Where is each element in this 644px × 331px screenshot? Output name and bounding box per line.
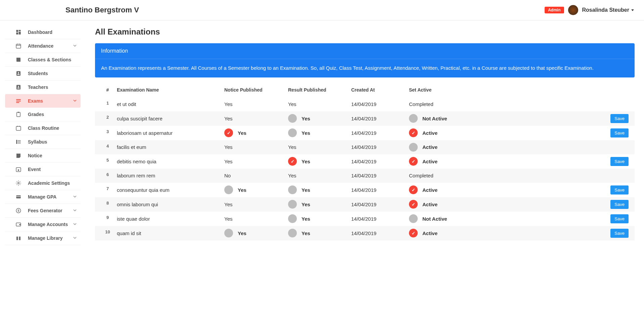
save-button[interactable]: Save — [610, 157, 629, 166]
exam-name: laboriosam ut aspernatur — [117, 130, 224, 136]
info-panel-body: An Examination represents a Semester. Al… — [95, 59, 635, 77]
exam-name: iste quae dolor — [117, 216, 224, 222]
role-badge: Admin — [545, 7, 564, 13]
row-number: 2 — [98, 114, 117, 120]
sidebar-item-dashboard[interactable]: Dashboard — [5, 25, 81, 39]
sidebar-item-label: Notice — [28, 153, 42, 158]
active-cell-toggle[interactable]: ✓ — [409, 229, 418, 237]
exam-name: et ut odit — [117, 101, 224, 107]
header-active: Set Active — [409, 87, 487, 93]
active-cell-label: Active — [422, 144, 438, 150]
sidebar-item-class-routine[interactable]: Class Routine — [5, 121, 81, 135]
result-cell-toggle[interactable]: ✓ — [288, 157, 297, 166]
caret-down-icon — [631, 9, 634, 11]
active-cell-label: Active — [422, 130, 438, 136]
save-button[interactable]: Save — [610, 128, 629, 137]
result-cell-toggle[interactable] — [288, 185, 297, 194]
exam-name: omnis laborum qui — [117, 202, 224, 207]
active-cell-toggle[interactable]: ✓ — [409, 185, 418, 194]
sidebar-item-manage-library[interactable]: Manage Library — [5, 231, 81, 245]
active-cell: Completed — [409, 173, 487, 178]
active-cell: ✓Active — [409, 185, 487, 194]
svg-rect-4 — [16, 44, 21, 48]
svg-point-11 — [18, 86, 19, 87]
save-button[interactable]: Save — [610, 114, 629, 123]
save-button[interactable]: Save — [610, 214, 629, 223]
table-row: 10quam id sitYesYes14/04/2019✓ActiveSave — [95, 226, 635, 240]
notice-cell: Yes — [224, 185, 288, 194]
result-cell: Yes — [288, 200, 351, 209]
exam-name: quam id sit — [117, 230, 224, 236]
sidebar-item-grades[interactable]: Grades — [5, 108, 81, 121]
result-cell: Yes — [288, 144, 351, 150]
result-cell-label: Yes — [288, 101, 296, 107]
exam-name: consequuntur quia eum — [117, 187, 224, 193]
result-cell-toggle[interactable] — [288, 214, 297, 223]
sidebar-item-label: Classes & Sections — [28, 57, 71, 62]
created-at: 14/04/2019 — [351, 159, 409, 164]
active-cell-toggle[interactable]: ✓ — [409, 200, 418, 209]
sidebar-item-label: Manage Accounts — [28, 222, 68, 227]
notice-cell-toggle[interactable] — [224, 229, 233, 237]
result-cell-toggle[interactable] — [288, 200, 297, 209]
check-icon: ✓ — [412, 130, 415, 135]
active-cell-label: Active — [422, 230, 438, 236]
active-cell-toggle[interactable] — [409, 143, 418, 152]
header-action — [487, 87, 631, 93]
info-panel-title: Information — [95, 43, 635, 59]
sidebar-item-notice[interactable]: Notice — [5, 149, 81, 163]
result-cell-toggle[interactable] — [288, 229, 297, 237]
active-cell-toggle[interactable]: ✓ — [409, 157, 418, 166]
svg-rect-17 — [16, 126, 21, 130]
svg-text:$: $ — [17, 209, 19, 212]
save-button[interactable]: Save — [610, 200, 629, 209]
sidebar-item-attendance[interactable]: Attendance — [5, 39, 81, 53]
active-cell: Not Active — [409, 114, 487, 123]
sidebar-item-label: Grades — [28, 112, 44, 117]
notice-cell-toggle[interactable]: ✓ — [224, 128, 233, 137]
notice-cell: Yes — [224, 216, 288, 222]
table-row: 8omnis laborum quiYesYes14/04/2019✓Activ… — [95, 197, 635, 212]
sidebar-item-fees-generator[interactable]: $Fees Generator — [5, 204, 81, 218]
sidebar-item-manage-accounts[interactable]: Manage Accounts — [5, 218, 81, 231]
save-button[interactable]: Save — [610, 185, 629, 195]
table-header-row: # Examination Name Notice Published Resu… — [95, 82, 635, 97]
result-cell-toggle[interactable] — [288, 114, 297, 123]
event-icon — [15, 166, 22, 173]
active-cell: ✓Active — [409, 229, 487, 237]
brand-title: Santino Bergstrom V — [65, 6, 139, 14]
result-cell-toggle[interactable] — [288, 128, 297, 137]
exam-name: culpa suscipit facere — [117, 116, 224, 121]
notice-cell: Yes — [224, 116, 288, 121]
sidebar-item-syllabus[interactable]: Syllabus — [5, 135, 81, 149]
sidebar-item-label: Class Routine — [28, 125, 59, 131]
sidebar-item-exams[interactable]: Exams — [5, 94, 81, 108]
notice-cell-toggle[interactable] — [224, 185, 233, 194]
result-cell: Yes — [288, 229, 351, 237]
avatar[interactable] — [568, 5, 578, 15]
save-button[interactable]: Save — [610, 229, 629, 238]
active-cell-toggle[interactable]: ✓ — [409, 128, 418, 137]
sidebar-item-academic-settings[interactable]: Academic Settings — [5, 176, 81, 190]
notice-cell-label: Yes — [224, 159, 232, 164]
sidebar-item-teachers[interactable]: Teachers — [5, 80, 81, 94]
bars-icon — [15, 139, 22, 145]
sidebar-item-manage-gpa[interactable]: Manage GPA — [5, 190, 81, 204]
chevron-down-icon — [73, 99, 77, 103]
user-dropdown[interactable]: Rosalinda Steuber — [582, 7, 634, 13]
exam-name: laborum rem rem — [117, 173, 224, 178]
active-cell-label: Active — [422, 202, 438, 207]
main-content: All Examinations Information An Examinat… — [86, 20, 644, 250]
sidebar-item-classes-sections[interactable]: Classes & Sections — [5, 53, 81, 67]
sidebar-item-event[interactable]: Event — [5, 163, 81, 176]
sidebar-item-label: Manage GPA — [28, 194, 56, 200]
sidebar-item-label: Fees Generator — [28, 208, 62, 213]
active-cell-toggle[interactable] — [409, 214, 418, 223]
notice-cell-label: Yes — [238, 230, 246, 236]
row-number: 3 — [98, 128, 117, 134]
svg-rect-20 — [16, 140, 17, 144]
active-cell-toggle[interactable] — [409, 114, 418, 123]
notice-cell-label: Yes — [224, 144, 232, 150]
active-cell: ✓Active — [409, 157, 487, 166]
sidebar-item-students[interactable]: Students — [5, 67, 81, 80]
